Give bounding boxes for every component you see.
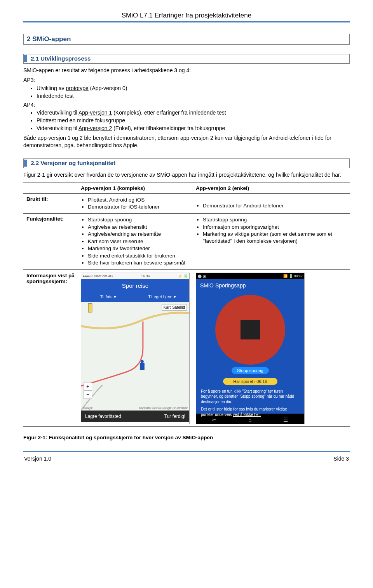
ap3-label: AP3: (23, 77, 350, 84)
android-info-p1: For å spore en tur, klikk "Start sporing… (201, 389, 300, 405)
list-item: Pilottest med en mindre fokusgruppe (37, 117, 350, 124)
list-item: Start/stopp sporing (88, 216, 190, 223)
ios-tab-tilfots[interactable]: Til fots ▾ (81, 292, 135, 302)
ios-map[interactable]: Kart Satellitt + − Google Kartdata ©2014… (81, 302, 189, 411)
ap3-list: Utvikling av prototype (App-versjon 0) I… (23, 85, 350, 100)
zoom-in-button[interactable]: + (84, 383, 92, 391)
heading-text: 2.2 Versjoner og funksjonalitet (31, 160, 115, 166)
table-closing-row (23, 426, 350, 427)
home-icon[interactable]: ⌂ (248, 417, 251, 423)
tail-paragraph: Både app-versjon 1 og 2 ble benyttet i d… (23, 134, 350, 149)
ios-status-time: 16.36 (141, 274, 150, 278)
list-item: Side med enkel statistikk for brukeren (88, 252, 190, 259)
ios-status-carrier: ●●●○○ NetCom 4G (83, 274, 113, 278)
brukt-v1-list: Pilottest, Android og iOS Demonstrator f… (81, 197, 190, 210)
back-icon[interactable]: ⤺ (212, 417, 217, 423)
map-btn-kart[interactable]: Kart (164, 305, 171, 310)
list-item: Demonstrator for iOS-telefoner (88, 204, 190, 210)
intro-paragraph: SMiO-appen er resultat av følgende prose… (23, 67, 350, 74)
map-lines-svg (81, 302, 189, 411)
table-header-v2: App-versjon 2 (enkel) (193, 183, 350, 193)
ios-bottom-bar: Lagre favorittsted Tur ferdig! (81, 411, 189, 422)
list-item: Informasjon om sporingsvarighet (203, 224, 347, 231)
footer-row: Versjon 1.0 Side 3 (23, 456, 350, 462)
list-item: Pilottest, Android og iOS (88, 197, 190, 204)
list-item: Utvikling av prototype (App-versjon 0) (37, 85, 350, 92)
ios-title-bar: Spor reise (81, 279, 189, 292)
zoom-control[interactable]: + − (84, 383, 92, 399)
map-type-buttons[interactable]: Kart Satellitt (162, 304, 187, 311)
funk-v2-list: Start/stopp sporing Informasjon om spori… (196, 216, 347, 244)
list-item: Angivelse av reisehensikt (88, 224, 190, 231)
page-header-title: SMiO L7.1 Erfaringer fra prosjektaktivit… (23, 12, 350, 19)
android-body: Stopp sporing Har sporet i 06:18 For å s… (196, 292, 304, 414)
duration-pill: Har sporet i 06:18 (223, 378, 277, 385)
funk-v1-list: Start/stopp sporing Angivelse av reisehe… (81, 216, 190, 266)
android-screenshot: ⬤ ▣ 📶 🔋 09:47 SMiO Sporingsapp Stopp spo… (196, 273, 305, 424)
heading-2-2-versjoner: 2.2 Versjoner og funksjonalitet (23, 158, 350, 168)
list-item: Angivelse/endring av reisemåte (88, 231, 190, 238)
android-status-bar: ⬤ ▣ 📶 🔋 09:47 (196, 273, 304, 279)
klikke-her-link[interactable]: ved å klikke her. (233, 412, 261, 417)
table-row-brukt: Brukt til: Pilottest, Android og iOS Dem… (23, 193, 350, 213)
map-credit-text: Kartdata ©2014 Google Bruksvilkår (139, 406, 188, 410)
row-label-funk: Funksjonalitet: (23, 213, 78, 269)
map-credit: Google Kartdata ©2014 Google Bruksvilkår (83, 406, 188, 410)
heading-2-1-utviklingsprosess: 2.1 Utviklingsprosess (23, 54, 350, 64)
footer-page: Side 3 (333, 456, 349, 462)
stop-icon (241, 320, 260, 339)
header-divider (23, 21, 350, 23)
svg-rect-0 (140, 363, 145, 370)
ios-status-right: ⚡ 🔋 (178, 274, 188, 278)
list-item: Markering av favorittsteder (88, 245, 190, 252)
ios-status-bar: ●●●○○ NetCom 4G 16.36 ⚡ 🔋 (81, 273, 189, 279)
row-label-info: Informasjon vist på sporingsskjerm: (23, 269, 78, 426)
lagre-favorittsted-button[interactable]: Lagre favorittsted (85, 414, 121, 419)
android-title-bar: SMiO Sporingsapp (196, 279, 304, 292)
list-item: Videreutvikling til App-versjon 1 (Kompl… (37, 109, 350, 117)
list-item: Side hvor brukeren kan besvare spørsmål (88, 259, 190, 266)
ios-tab-tilegethjem[interactable]: Til eget hjem ▾ (135, 292, 189, 302)
list-item: Kart som viser reiserute (88, 238, 190, 245)
android-status-right: 📶 🔋 09:47 (283, 274, 303, 278)
zoom-out-button[interactable]: − (84, 391, 92, 398)
ap4-label: AP4: (23, 101, 350, 109)
row-label-brukt: Brukt til: (23, 193, 78, 213)
table-row-funksjonalitet: Funksjonalitet: Start/stopp sporing Angi… (23, 213, 350, 269)
android-info-text: For å spore en tur, klikk "Start sporing… (196, 385, 304, 418)
recent-icon[interactable]: ☰ (283, 417, 288, 423)
footer-version: Versjon 1.0 (24, 456, 51, 462)
svg-rect-2 (88, 304, 92, 312)
figure-caption: Figur 2-1: Funksjonalitet og sporingsskj… (23, 434, 350, 441)
heading-text: 2.1 Utviklingsprosess (31, 55, 91, 62)
google-logo: Google (83, 406, 93, 410)
table-header-v1: App-versjon 1 (kompleks) (78, 183, 193, 193)
table-header-empty (23, 183, 78, 193)
list-item: Videreutvikling til App-versjon 2 (Enkel… (37, 125, 350, 132)
svg-point-1 (141, 360, 144, 363)
map-btn-satellitt[interactable]: Satellitt (172, 305, 185, 310)
table-row-screenshots: Informasjon vist på sporingsskjerm: ●●●○… (23, 269, 350, 426)
android-info-p2: Det er til stor hjelp for oss hvis du ma… (201, 407, 300, 417)
ios-screenshot: ●●●○○ NetCom 4G 16.36 ⚡ 🔋 Spor reise Til… (81, 273, 190, 424)
tur-ferdig-button[interactable]: Tur ferdig! (164, 414, 185, 419)
record-button[interactable] (215, 295, 285, 365)
footer-divider (23, 451, 350, 453)
android-status-left: ⬤ ▣ (198, 274, 206, 278)
ap4-list: Videreutvikling til App-versjon 1 (Kompl… (23, 109, 350, 132)
list-item: Demonstrator for Android-telefoner (203, 202, 347, 209)
comparison-table: App-versjon 1 (kompleks) App-versjon 2 (… (23, 183, 350, 427)
ios-tabs: Til fots ▾ Til eget hjem ▾ (81, 292, 189, 302)
list-item: Start/stopp sporing (203, 216, 347, 223)
section22-intro: Figur 2-1 gir oversikt over hvordan de t… (23, 171, 350, 179)
brukt-v2-list: Demonstrator for Android-telefoner (196, 202, 347, 209)
stopp-sporing-button[interactable]: Stopp sporing (232, 367, 269, 374)
list-item: Innledende test (37, 92, 350, 100)
table-header-row: App-versjon 1 (kompleks) App-versjon 2 (… (23, 183, 350, 193)
list-item: Markering av viktige punkter (som er det… (203, 231, 347, 244)
heading-2-smio-appen: 2 SMiO-appen (23, 34, 350, 45)
